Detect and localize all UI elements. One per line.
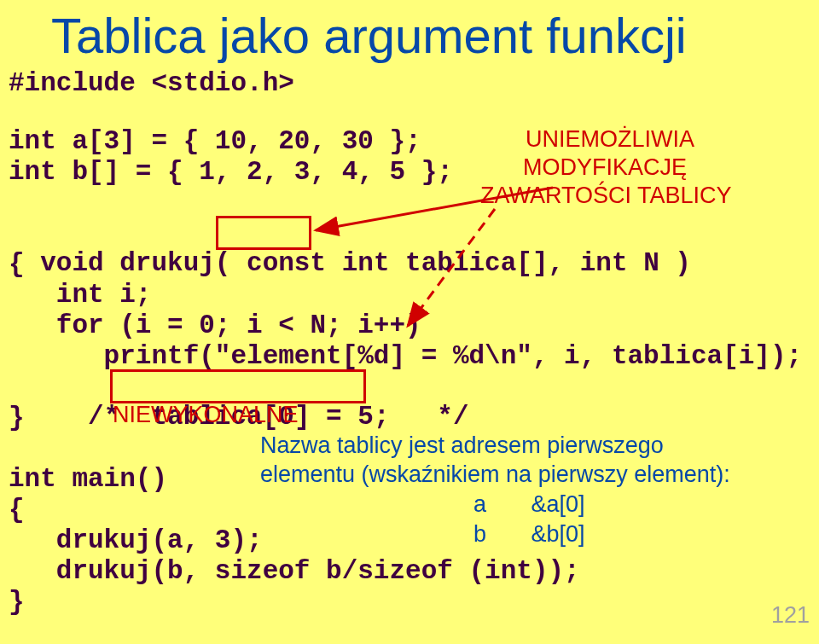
note-line-3: a &a[0] xyxy=(473,490,585,519)
code-comment-close: */ xyxy=(390,402,469,432)
note-line-2: elementu (wskaźnikiem na pierwszy elemen… xyxy=(260,461,730,490)
code-drukuj-call-1: drukuj(a, 3); xyxy=(9,525,263,555)
code-const-keyword: const xyxy=(247,248,326,278)
code-close-brace-1: } xyxy=(9,403,25,432)
code-int-i: int i; xyxy=(9,280,151,310)
annotation-uniemozliwia-l1: UNIEMOŻLIWIA xyxy=(526,125,694,153)
code-main-decl: int main() xyxy=(9,464,167,494)
code-open-brace-1: { xyxy=(9,249,25,279)
box-tablica-assign xyxy=(110,369,366,403)
code-open-brace-2: { xyxy=(9,495,25,525)
annotation-uniemozliwia-l2: MODYFIKACJĘ xyxy=(523,154,687,181)
code-array-a: int a[3] = { 10, 20, 30 }; xyxy=(9,126,421,156)
annotation-uniemozliwia-l3: ZAWARTOŚCI TABLICY xyxy=(480,182,732,209)
code-array-b: int b[] = { 1, 2, 3, 4, 5 }; xyxy=(9,157,453,187)
code-close-brace-2: } xyxy=(9,587,25,617)
note-line-1: Nazwa tablicy jest adresem pierwszego xyxy=(260,432,664,461)
code-printf: printf("element[%d] = %d\n", i, tablica[… xyxy=(9,341,802,371)
note-line-4: b &b[0] xyxy=(473,520,585,549)
slide-title: Tablica jako argument funkcji xyxy=(51,7,687,64)
code-drukuj-prefix: void drukuj( xyxy=(40,248,247,278)
code-drukuj-suffix: int tablica[], int N ) xyxy=(326,248,691,278)
code-for-loop: for (i = 0; i < N; i++) xyxy=(9,310,421,340)
code-drukuj-decl: void drukuj( const int tablica[], int N … xyxy=(9,218,691,278)
code-include: #include <stdio.h> xyxy=(9,68,294,98)
page-number: 121 xyxy=(771,602,810,629)
code-drukuj-call-2: drukuj(b, sizeof b/sizeof (int)); xyxy=(9,556,580,586)
annotation-niewykonalne: NIEWYKONALNE xyxy=(113,401,299,428)
box-const xyxy=(216,216,311,250)
